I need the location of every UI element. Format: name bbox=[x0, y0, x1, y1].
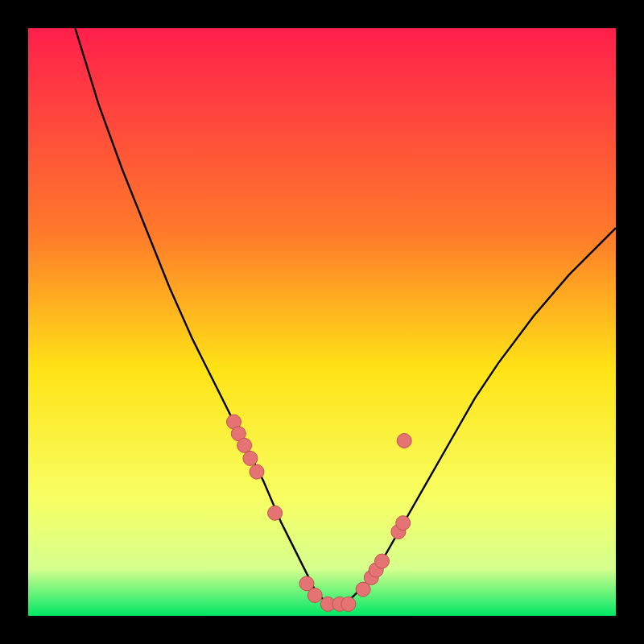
marker-point bbox=[268, 506, 283, 520]
marker-point bbox=[237, 438, 252, 452]
chart-frame: TheBottleneck.com bbox=[0, 0, 644, 644]
marker-point bbox=[308, 588, 322, 603]
bottleneck-chart bbox=[0, 0, 644, 644]
marker-point bbox=[397, 434, 411, 448]
marker-point bbox=[396, 516, 411, 530]
marker-point bbox=[243, 451, 258, 465]
marker-point bbox=[375, 554, 390, 568]
frame-top bbox=[0, 0, 644, 28]
marker-point bbox=[341, 597, 356, 611]
frame-left bbox=[0, 0, 28, 644]
frame-bottom bbox=[0, 616, 644, 644]
marker-point bbox=[250, 464, 264, 479]
plot-background bbox=[28, 28, 616, 616]
frame-right bbox=[616, 0, 644, 644]
